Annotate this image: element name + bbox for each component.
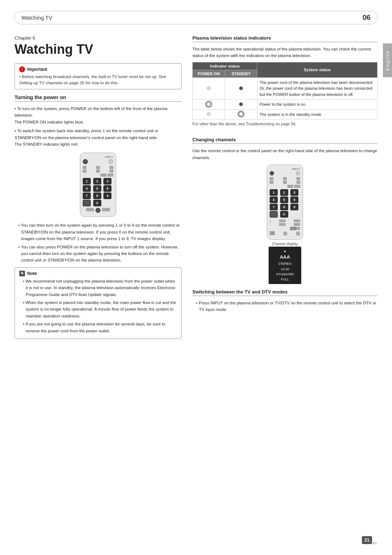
troubleshoot-text: For other than the above, see Troublesho… [192,122,377,126]
important-icon: ! [19,66,25,72]
remote2-vol-group: +P- [270,219,271,226]
remote2-small-2[interactable] [270,181,273,184]
remote2-btn-3[interactable]: 3 [290,189,298,196]
remote2-top-row [270,171,300,175]
remote-btn-3[interactable]: 3 [103,178,111,185]
remote2-col3 [297,177,300,184]
remote2-btn-special[interactable] [270,211,278,218]
remote-image-left: PARTY [15,153,181,217]
table-row: The power cord of the plasma television … [193,77,377,100]
remote-btn-2[interactable]: 2 [93,178,101,185]
note-icon: ✎ [19,271,25,276]
row2-standby [225,100,257,110]
main-content: Chapter 6 Watching TV ! Important • Befo… [15,24,377,343]
remote-bottom-wide-btn-2[interactable] [102,208,110,211]
remote2-small-4[interactable] [283,181,287,184]
row2-desc: Power to the system is on. [257,100,377,110]
remote-btn-4[interactable]: 4 [83,185,91,192]
remote2-extra-2[interactable] [294,223,300,226]
remote-wide-btn-1[interactable] [101,174,106,177]
remote-small-btn-1[interactable] [83,166,86,169]
remote-numpad: 1 2 3 4 5 6 7 8 9 0 [83,178,113,206]
remote2-power-btn[interactable] [270,171,274,175]
row1-power-on [193,77,225,100]
remote2-extra-1[interactable] [294,219,300,222]
remote2-vol-label: +P- [270,219,271,226]
row3-desc: The system is in the standby mode. [257,109,377,119]
remote2-input-row: INPUT [270,231,300,236]
remote-btn-0[interactable]: 0 [93,200,101,206]
remote2-nav-up[interactable] [279,219,286,222]
header-title: Watching TV [21,15,52,21]
turning-power-para1: • To turn on the system, press POWER on … [15,105,181,125]
channel-line-num: 13-20 [271,267,298,272]
changing-channels-intro: Use the remote control or the control pa… [192,147,377,161]
remote-bottom-row [83,208,113,213]
remote-bottom-circle[interactable] [95,208,101,213]
note-box: ✎ Note • We recommend not unplugging the… [15,267,181,339]
remote-small-btn-4[interactable] [96,170,100,173]
remote2-extra-btns: +P- [270,219,300,226]
remote2-btn-5[interactable]: 5 [280,197,288,203]
remote-small-btn-5[interactable] [110,166,113,169]
remote-btn-5[interactable]: 5 [93,185,101,192]
remote-bottom-wide-btn[interactable] [86,208,94,211]
remote2-nav-down[interactable] [279,223,286,226]
remote-btn-6[interactable]: 6 [103,185,111,192]
remote2-btn-0[interactable]: 0 [280,211,288,218]
remote-wide-btn-2[interactable] [107,174,113,177]
row3-power-on [193,109,225,119]
remote2-wide-2[interactable] [294,185,300,188]
remote2-col1 [270,177,273,184]
switching-modes-heading: Switching between the TV and DTV modes [192,289,377,296]
remote-small-btn-2[interactable] [83,170,86,173]
remote2-small-5[interactable] [297,177,300,180]
remote2-btn-4[interactable]: 4 [270,197,278,203]
remote2-circle-nav-2[interactable] [296,231,300,236]
remote2-btn-2[interactable]: 2 [280,189,288,196]
remote2-party-label: PARTY [270,168,300,170]
remote2-ch-mode-row: CHAN. MODE [270,227,300,230]
remote2-btn-7[interactable]: 7 [270,204,278,210]
remote2-circle-nav[interactable] [283,231,287,236]
remote-small-btn-3[interactable] [96,166,100,169]
remote-btn-special[interactable] [83,200,91,206]
remote2-btn-6[interactable]: 6 [290,197,298,203]
remote-label-party: PARTY [83,156,113,158]
remote-btn-7[interactable]: 7 [83,193,91,199]
remote2-input-btn-1[interactable]: INPUT [270,231,275,235]
changing-channels-heading: Changing channels [192,137,377,144]
channel-display-label: Channel display [192,242,377,246]
row2-power-on [193,100,225,110]
remote-small-btn-6[interactable] [110,170,113,173]
remote-btn-1[interactable]: 1 [83,178,91,185]
remote-vol-col [96,166,100,173]
remote-power-btn[interactable] [83,159,88,164]
system-status-header: System status [257,62,377,77]
chapter-label: Chapter 6 [15,35,181,41]
remote-btn-8[interactable]: 8 [93,193,101,199]
channel-display-box: ▲ AAA STEREO 13-20 STANDARD FULL [269,247,301,284]
power-on-subheader: POWER ON [193,70,225,77]
remote2-wide-1[interactable] [287,185,293,188]
turning-power-heading: Turning the power on [15,94,181,102]
remote2-small-6[interactable] [297,181,300,184]
remote-standby-btn[interactable] [108,159,113,164]
remote2-small-3[interactable] [283,177,287,180]
remote2-btn-9[interactable]: 9 [290,204,298,210]
remote2-btn-1[interactable]: 1 [270,189,278,196]
remote-input-col [83,166,86,173]
remote2-small-1[interactable] [270,177,273,180]
remote-mid-btns [83,166,113,173]
switching-modes-text: • Press INPUT on the plasma television o… [195,300,377,313]
remote2-ch-btn[interactable]: CHAN. MODE [290,227,300,230]
remote-control-right: PARTY [267,165,303,240]
remote2-standby-btn[interactable] [296,171,300,175]
turning-power-para3: • You can then turn on the system again … [17,222,181,242]
important-box: ! Important • Before watching broadcast … [15,63,181,90]
remote-btn-9[interactable]: 9 [103,193,111,199]
remote2-numpad: 1 2 3 4 5 6 7 8 9 0 [270,189,300,218]
note-bullet-2: • When the system is placed into standby… [22,299,177,319]
remote2-btn-8[interactable]: 8 [280,204,288,210]
indicator-filled-2 [239,102,243,106]
